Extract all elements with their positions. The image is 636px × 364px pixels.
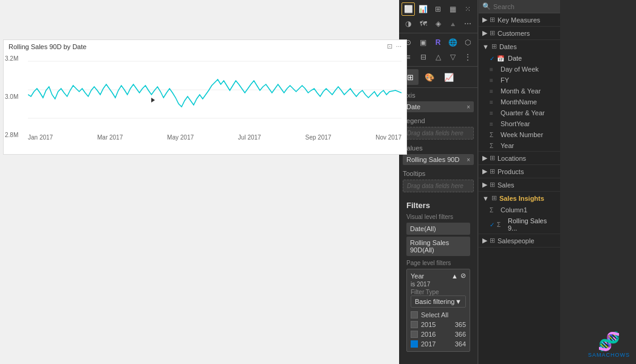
check-rolling: ✓ xyxy=(490,221,494,228)
search-input[interactable] xyxy=(493,3,556,10)
insights-items: Σ Column1 ✓ Σ Rolling Sales 9... xyxy=(479,204,560,234)
group-locations-label: Locations xyxy=(498,155,526,162)
viz-icon-line[interactable]: ⬜ xyxy=(402,2,415,16)
label-monthname: MonthName xyxy=(501,98,537,106)
viz-icon-combo[interactable]: ⟁ xyxy=(446,17,460,30)
legend-placeholder: Drag data fields here xyxy=(403,127,474,140)
viz-icon-r[interactable]: R xyxy=(431,36,445,49)
field-fy[interactable]: ≡ FY xyxy=(486,75,560,86)
filter-date[interactable]: Date(All) xyxy=(406,223,470,235)
filters-section: Filters Visual level filters Date(All) R… xyxy=(403,197,474,358)
main-canvas: Rolling Sales 90D by Date ⊡ ··· 3.2M 3.0… xyxy=(0,0,399,364)
values-chip[interactable]: Rolling Sales 90D × xyxy=(403,154,474,165)
group-key-measures-arrow: ▶ xyxy=(482,16,487,24)
year-clear-icon[interactable]: ⊘ xyxy=(460,272,466,280)
group-products-arrow: ▶ xyxy=(482,167,487,175)
group-sales-insights-header[interactable]: ▼ ⊞ Sales Insights xyxy=(479,192,560,204)
viz-icon-python[interactable]: ⬡ xyxy=(461,36,474,49)
checkbox-2015[interactable] xyxy=(411,321,418,328)
checkbox-2016[interactable] xyxy=(411,331,418,338)
label-column1: Column1 xyxy=(501,206,527,214)
field-date[interactable]: ✓ 📅 Date xyxy=(486,53,560,64)
chart-icons: ⊡ ··· xyxy=(387,42,402,50)
filter-2017[interactable]: 2017 364 xyxy=(411,339,466,349)
chart-more-icon[interactable]: ··· xyxy=(396,42,402,50)
group-dates-header[interactable]: ▼ ⊞ Dates xyxy=(479,40,560,53)
type-fy: ≡ xyxy=(490,77,498,84)
viz-icon-map[interactable]: 🗺 xyxy=(417,17,430,30)
values-remove[interactable]: × xyxy=(467,157,470,163)
viz-icon-globe[interactable]: 🌐 xyxy=(446,36,460,49)
type-rolling: Σ xyxy=(497,221,505,228)
filter-select-all[interactable]: Select All xyxy=(411,310,466,320)
viz-icon-bar2[interactable]: ▦ xyxy=(446,2,460,16)
label-shortyear: ShortYear xyxy=(501,120,530,127)
x-jan: Jan 2017 xyxy=(28,134,53,141)
x-jul: Jul 2017 xyxy=(238,134,261,141)
viz-icon-funnel[interactable]: ▽ xyxy=(446,50,460,64)
field-year[interactable]: Σ Year xyxy=(486,140,560,151)
chart-focus-icon[interactable]: ⊡ xyxy=(387,42,392,50)
filter-rolling[interactable]: Rolling Sales 90D(All) xyxy=(406,237,470,256)
type-sy: ≡ xyxy=(490,121,498,127)
filter-2016[interactable]: 2016 366 xyxy=(411,329,466,339)
search-box: 🔍 xyxy=(479,0,560,13)
axis-chip[interactable]: Date × xyxy=(403,101,474,112)
chart-body: 3.2M 3.0M 2.8M Jan 2017 Mar 2017 May 201… xyxy=(4,53,406,141)
y-min: 2.8M xyxy=(5,132,18,138)
group-dates: ▼ ⊞ Dates ✓ 📅 Date ≡ Day of Week ≡ FY xyxy=(479,40,560,152)
viz-icon-pie[interactable]: ◑ xyxy=(402,17,415,30)
field-monthyear[interactable]: ≡ Month & Year xyxy=(486,86,560,96)
viz-icon-extra[interactable]: ⋮ xyxy=(461,50,474,64)
group-customers-label: Customers xyxy=(498,30,530,37)
year-expand-icon[interactable]: ▲ xyxy=(451,272,458,280)
filter-type-arrow: ▼ xyxy=(455,298,462,305)
group-sales-header[interactable]: ▶ ⊞ Sales xyxy=(479,178,560,191)
x-may: May 2017 xyxy=(167,134,194,141)
y-max: 3.2M xyxy=(5,55,18,62)
values-value: Rolling Sales 90D xyxy=(406,156,459,163)
group-insights-label: Sales Insights xyxy=(499,195,544,202)
group-customers-header[interactable]: ▶ ⊞ Customers xyxy=(479,27,560,39)
x-axis: Jan 2017 Mar 2017 May 2017 Jul 2017 Sep … xyxy=(28,134,402,141)
label-rolling-sales: Rolling Sales 9... xyxy=(508,217,556,232)
group-locations: ▶ ⊞ Locations xyxy=(479,152,560,165)
group-products-header[interactable]: ▶ ⊞ Products xyxy=(479,165,560,178)
type-date: 📅 xyxy=(497,55,505,62)
checkbox-all[interactable] xyxy=(411,311,418,318)
label-monthyear: Month & Year xyxy=(501,87,541,95)
filter-type-value: Basic filtering xyxy=(415,298,454,305)
axis-remove[interactable]: × xyxy=(467,104,470,110)
field-column1[interactable]: Σ Column1 xyxy=(486,204,560,215)
group-locations-header[interactable]: ▶ ⊞ Locations xyxy=(479,152,560,164)
viz-icon-card[interactable]: ▣ xyxy=(417,36,430,49)
table-icon-products: ⊞ xyxy=(490,167,495,175)
fields-list-panel: 🔍 ▶ ⊞ Key Measures ▶ ⊞ Customers ▼ ⊞ xyxy=(478,0,560,364)
group-salespeople-header[interactable]: ▶ ⊞ Salespeople xyxy=(479,234,560,247)
tooltips-placeholder: Drag data fields here xyxy=(403,180,474,192)
viz-icon-area[interactable]: ◈ xyxy=(431,17,445,30)
filter-2015[interactable]: 2015 365 xyxy=(411,320,466,329)
viz-icon-scatter[interactable]: ⁙ xyxy=(461,2,474,16)
field-dayofweek[interactable]: ≡ Day of Week xyxy=(486,64,560,75)
checkbox-2017[interactable] xyxy=(411,340,418,348)
group-key-measures-header[interactable]: ▶ ⊞ Key Measures xyxy=(479,13,560,26)
viz-icon-bar[interactable]: 📊 xyxy=(417,2,430,16)
field-quarteryear[interactable]: ≡ Quarter & Year xyxy=(486,107,560,118)
filter-type-select[interactable]: Basic filtering ▼ xyxy=(411,295,466,308)
type-qy: ≡ xyxy=(490,110,498,116)
viz-icon-table[interactable]: ⊞ xyxy=(431,2,445,16)
field-weeknumber[interactable]: Σ Week Number xyxy=(486,129,560,140)
viz-icon-more[interactable]: ⋯ xyxy=(461,17,474,30)
viz-icon-matrix[interactable]: ⊟ xyxy=(417,50,430,64)
field-monthname[interactable]: ≡ MonthName xyxy=(486,96,560,107)
tab-analytics[interactable]: 📈 xyxy=(440,69,457,85)
tab-format[interactable]: 🎨 xyxy=(421,69,438,85)
group-salespeople: ▶ ⊞ Salespeople xyxy=(479,234,560,248)
field-shortyear[interactable]: ≡ ShortYear xyxy=(486,118,560,129)
viz-icon-kpi[interactable]: △ xyxy=(431,50,445,64)
field-rolling-sales[interactable]: ✓ Σ Rolling Sales 9... xyxy=(486,215,560,234)
label-2015: 2015 xyxy=(421,321,436,328)
table-icon-locations: ⊞ xyxy=(490,154,495,162)
group-products: ▶ ⊞ Products xyxy=(479,165,560,178)
